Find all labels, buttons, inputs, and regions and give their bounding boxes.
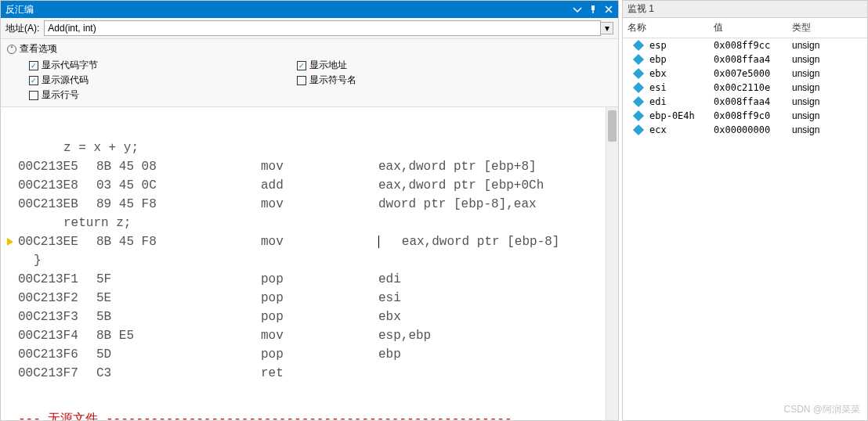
checkbox-show-symbol-name[interactable]: 显示符号名: [297, 74, 356, 87]
disassembly-line[interactable]: 00C213F2 5Epopesi: [2, 289, 618, 308]
address-col: 00C213F1: [18, 272, 96, 286]
view-options-toggle[interactable]: ˄ 查看选项: [7, 42, 612, 56]
watch-header-type[interactable]: 类型: [792, 21, 863, 34]
svg-rect-1: [592, 10, 593, 13]
address-col: 00C213E5: [18, 160, 96, 174]
address-col: 00C213F6: [18, 347, 96, 362]
disassembly-line[interactable]: 00C213F1 5Fpopedi: [2, 270, 618, 289]
variable-icon: [633, 54, 644, 65]
bytes-col: 5F: [96, 272, 261, 286]
disassembly-titlebar: 反汇编: [1, 1, 618, 18]
address-input[interactable]: [44, 20, 601, 36]
watch-type: unsign: [792, 68, 863, 79]
checkbox-show-line-number[interactable]: 显示行号: [29, 88, 297, 102]
watch-value: 0x00000000: [714, 124, 792, 135]
watch-name: esi: [649, 82, 714, 93]
view-options-label: 查看选项: [20, 42, 57, 56]
mnemonic-col: mov: [261, 235, 378, 249]
watch-value: 0x008ffaa4: [714, 54, 792, 65]
mnemonic-col: mov: [261, 197, 378, 211]
operands-col: eax,dword ptr [ebp+8]: [378, 160, 618, 174]
checkbox-show-source-code[interactable]: ✓显示源代码: [29, 74, 297, 87]
address-col: 00C213E8: [18, 178, 96, 193]
operands-col: edi: [378, 272, 618, 286]
watch-name: ebx: [649, 68, 714, 79]
close-icon[interactable]: [604, 5, 613, 14]
checkbox-show-address[interactable]: ✓显示地址: [297, 59, 356, 72]
variable-icon: [633, 82, 644, 93]
watch-row[interactable]: ebx0x007e5000unsign: [623, 67, 867, 81]
watch-type: unsign: [792, 124, 863, 135]
watch-header-value[interactable]: 值: [714, 21, 792, 34]
address-col: 00C213EE: [18, 235, 96, 249]
mnemonic-col: pop: [261, 347, 378, 362]
watch-row[interactable]: edi0x008ffaa4unsign: [623, 95, 867, 109]
address-dropdown-icon[interactable]: ▾: [601, 22, 613, 34]
watch-row[interactable]: ecx0x00000000unsign: [623, 123, 867, 137]
watch-value: 0x00c2110e: [714, 82, 792, 93]
watch-type: unsign: [792, 40, 863, 51]
disassembly-line[interactable]: 00C213F6 5Dpopebp: [2, 345, 618, 364]
watch-row[interactable]: ebp0x008ffaa4unsign: [623, 52, 867, 67]
disassembly-line[interactable]: }: [2, 251, 618, 270]
pin-icon[interactable]: [588, 5, 598, 14]
disassembly-line[interactable]: z = x + y;: [2, 139, 618, 157]
window-menu-icon[interactable]: [573, 5, 582, 14]
watch-value: 0x007e5000: [714, 68, 792, 79]
watch-value: 0x008ff9cc: [714, 40, 792, 51]
disassembly-line[interactable]: 00C213EE 8B 45 F8mov eax,dword ptr [ebp-…: [2, 232, 618, 251]
operands-col: esp,ebp: [378, 329, 618, 343]
mnemonic-col: ret: [261, 366, 378, 380]
watch-name: edi: [649, 96, 714, 107]
disassembly-line[interactable]: return z;: [2, 214, 618, 232]
watch-row[interactable]: esp0x008ff9ccunsign: [623, 38, 867, 52]
watch-name: esp: [649, 40, 714, 51]
watch-panel: 监视 1 名称 值 类型 esp0x008ff9ccunsignebp0x008…: [622, 0, 868, 421]
bytes-col: C3: [96, 366, 261, 380]
variable-icon: [633, 40, 644, 51]
disassembly-line[interactable]: 00C213EB 89 45 F8movdword ptr [ebp-8],ea…: [2, 195, 618, 214]
mnemonic-col: add: [261, 178, 378, 193]
disassembly-title: 反汇编: [5, 3, 573, 16]
watch-value: 0x008ff9c0: [714, 110, 792, 121]
watch-row[interactable]: esi0x00c2110eunsign: [623, 81, 867, 95]
bytes-col: 5E: [96, 291, 261, 305]
watch-type: unsign: [792, 82, 863, 93]
current-line-icon: [7, 238, 13, 246]
disassembly-line[interactable]: 00C213E8 03 45 0Caddeax,dword ptr [ebp+0…: [2, 176, 618, 195]
mnemonic-col: pop: [261, 291, 378, 305]
source-line: return z;: [18, 216, 131, 230]
watch-type: unsign: [792, 54, 863, 65]
mnemonic-col: mov: [261, 329, 378, 343]
watch-header-name[interactable]: 名称: [627, 21, 714, 34]
disassembly-listing[interactable]: z = x + y;00C213E5 8B 45 08moveax,dword …: [1, 107, 618, 420]
source-line: }: [18, 254, 42, 268]
svg-rect-0: [591, 5, 595, 10]
watch-row[interactable]: ebp-0E4h0x008ff9c0unsign: [623, 109, 867, 123]
variable-icon: [633, 124, 644, 135]
checkbox-show-code-bytes[interactable]: ✓显示代码字节: [29, 59, 297, 72]
operands-col: dword ptr [ebp-8],eax: [378, 197, 618, 211]
address-bar: 地址(A): ▾: [1, 18, 618, 39]
operands-col: eax,dword ptr [ebp+0Ch: [378, 178, 618, 193]
operands-col: eax,dword ptr [ebp-8]: [378, 235, 618, 249]
vertical-scrollbar[interactable]: [606, 107, 618, 420]
disassembly-line[interactable]: 00C213F4 8B E5movesp,ebp: [2, 326, 618, 345]
address-col: 00C213F3: [18, 310, 96, 324]
watch-value: 0x008ffaa4: [714, 96, 792, 107]
no-source-line: --- 无源文件 -------------------------------…: [2, 411, 618, 420]
bytes-col: 8B 45 F8: [96, 235, 261, 249]
variable-icon: [633, 68, 644, 79]
watch-header-row: 名称 值 类型: [623, 18, 867, 38]
variable-icon: [633, 96, 644, 107]
watch-name: ebp: [649, 54, 714, 65]
operands-col: ebp: [378, 347, 618, 362]
scrollbar-thumb[interactable]: [608, 110, 617, 142]
disassembly-line[interactable]: 00C213F7 C3ret: [2, 364, 618, 383]
address-col: 00C213F4: [18, 329, 96, 343]
source-line: z = x + y;: [18, 141, 139, 155]
disassembly-line[interactable]: 00C213E5 8B 45 08moveax,dword ptr [ebp+8…: [2, 157, 618, 176]
watch-title: 监视 1: [627, 2, 850, 16]
watch-name: ebp-0E4h: [649, 110, 714, 121]
disassembly-line[interactable]: 00C213F3 5Bpopebx: [2, 308, 618, 326]
